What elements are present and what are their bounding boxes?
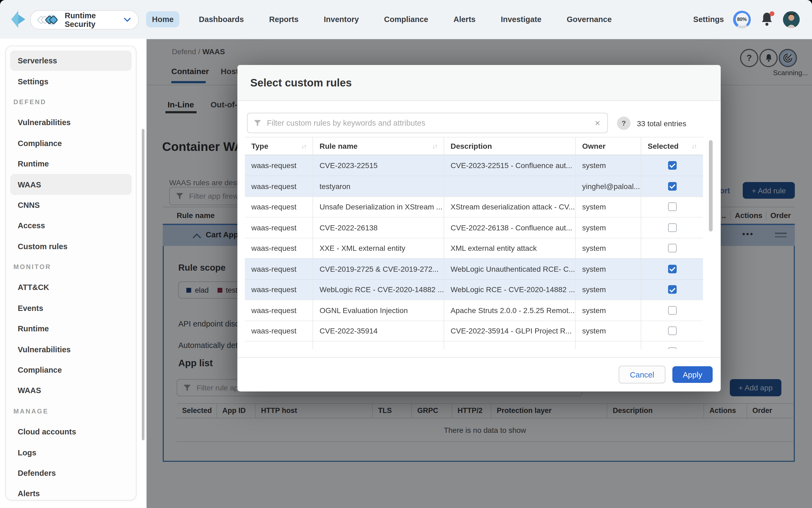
sidebar-item-custom-rules[interactable]: Custom rules xyxy=(10,236,132,257)
sidebar-item-defenders[interactable]: Defenders xyxy=(10,463,132,483)
cell-description: WebLogic RCE - CVE-2020-14882 ... xyxy=(443,279,575,300)
selected-checkbox[interactable] xyxy=(668,286,676,294)
topbar-right-cluster: Settings 80% xyxy=(693,0,800,39)
nav-item-governance[interactable]: Governance xyxy=(561,11,617,28)
sidebar-item-cloud-accounts[interactable]: Cloud accounts xyxy=(10,422,132,442)
credits-progress-ring[interactable]: 80% xyxy=(733,10,751,28)
cell-owner: system xyxy=(575,300,641,320)
custom-rule-row[interactable] xyxy=(245,341,703,349)
main-nav: HomeDashboardsReportsInventoryCompliance… xyxy=(146,0,617,39)
modal-col-rule-name[interactable]: Rule name↓↑ xyxy=(312,137,443,155)
custom-rule-row[interactable]: waas-requesttestyaronyinghel@paloal... xyxy=(245,176,703,196)
cell-description: XStream deserialization attack - CV... xyxy=(443,196,575,217)
sort-arrows-icon[interactable]: ↓↑ xyxy=(692,143,696,149)
sidebar-item-att-ck[interactable]: ATT&CK xyxy=(10,278,132,298)
nav-item-investigate[interactable]: Investigate xyxy=(495,11,548,28)
sort-arrows-icon[interactable]: ↓↑ xyxy=(432,143,437,149)
sidebar-item-alerts[interactable]: Alerts xyxy=(10,483,132,501)
custom-rule-row[interactable]: waas-requestCVE-2022-35914CVE-2022-35914… xyxy=(245,320,703,341)
sidebar-item-access[interactable]: Access xyxy=(10,215,132,236)
cell-description xyxy=(443,176,575,196)
selected-checkbox[interactable] xyxy=(668,327,676,335)
sidebar-item-compliance[interactable]: Compliance xyxy=(10,360,132,380)
sidebar-item-monitor: MONITOR xyxy=(6,257,136,278)
sidebar-item-settings[interactable]: Settings xyxy=(10,71,132,92)
modal-header: Select custom rules xyxy=(238,65,721,101)
nav-item-inventory[interactable]: Inventory xyxy=(318,11,365,28)
selected-checkbox[interactable] xyxy=(668,161,676,170)
selected-checkbox[interactable] xyxy=(668,203,676,211)
table-scrollbar[interactable] xyxy=(709,140,713,231)
nav-item-compliance[interactable]: Compliance xyxy=(378,11,434,28)
cell-selected xyxy=(641,279,703,300)
cell-rule-name: WebLogic RCE - CVE-2020-14882 ... xyxy=(312,279,443,300)
modal-col-selected[interactable]: Selected↓↑ xyxy=(641,137,703,155)
cell-rule-name: XXE - XML external entity xyxy=(312,238,443,258)
sidebar-item-waas[interactable]: WAAS xyxy=(10,174,132,195)
apply-button[interactable]: Apply xyxy=(672,366,713,383)
sidebar-item-cnns[interactable]: CNNS xyxy=(10,195,132,215)
custom-rule-row[interactable]: waas-requestOGNL Evaluation InjectionApa… xyxy=(245,300,703,320)
product-switcher[interactable]: Runtime Security xyxy=(30,10,138,30)
modules-diamonds-icon xyxy=(37,13,60,26)
col-label: Selected xyxy=(648,142,679,151)
custom-rule-row[interactable]: waas-requestCVE-2023-22515CVE-2023-22515… xyxy=(245,155,703,176)
custom-rule-row[interactable]: waas-requestUnsafe Deserialization in XS… xyxy=(245,196,703,217)
select-custom-rules-modal: Select custom rules ✕ ? 33 total entries… xyxy=(238,65,721,391)
selected-checkbox[interactable] xyxy=(668,244,676,253)
nav-item-home[interactable]: Home xyxy=(146,11,180,28)
sort-arrows-icon[interactable]: ↓↑ xyxy=(301,143,306,149)
notification-badge xyxy=(770,11,774,16)
sidebar-item-logs[interactable]: Logs xyxy=(10,442,132,463)
sidebar-item-runtime[interactable]: Runtime xyxy=(10,154,132,174)
selected-checkbox[interactable] xyxy=(668,182,676,190)
selected-checkbox[interactable] xyxy=(668,223,676,232)
settings-link[interactable]: Settings xyxy=(693,15,724,24)
cell-description xyxy=(443,341,575,349)
custom-rule-row[interactable]: waas-requestWebLogic RCE - CVE-2020-1488… xyxy=(245,279,703,300)
clear-filter-icon[interactable]: ✕ xyxy=(595,119,600,127)
filter-help-icon[interactable]: ? xyxy=(617,117,631,130)
custom-rules-filter-input[interactable] xyxy=(266,118,595,128)
custom-rules-filter[interactable]: ✕ xyxy=(247,113,608,133)
custom-rule-row[interactable]: waas-requestCVE-2019-2725 & CVE-2019-272… xyxy=(245,258,703,279)
user-avatar[interactable] xyxy=(783,11,800,28)
selected-checkbox[interactable] xyxy=(668,265,676,273)
modal-col-type[interactable]: Type↓↑ xyxy=(245,137,312,155)
sidebar-item-serverless[interactable]: Serverless xyxy=(10,50,132,71)
col-label: Rule name xyxy=(319,142,358,151)
prisma-cloud-logo-icon xyxy=(11,11,26,28)
cell-rule-name: CVE-2022-35914 xyxy=(312,320,443,341)
sidebar-item-waas[interactable]: WAAS xyxy=(10,380,132,401)
cell-selected xyxy=(641,217,703,238)
app-window: Runtime Security HomeDashboardsReportsIn… xyxy=(0,0,812,508)
sidebar-item-compliance[interactable]: Compliance xyxy=(10,133,132,154)
sidebar-item-vulnerabilities[interactable]: Vulnerabilities xyxy=(10,339,132,360)
nav-item-dashboards[interactable]: Dashboards xyxy=(193,11,250,28)
sidebar-scrollbar[interactable] xyxy=(142,129,144,440)
nav-item-alerts[interactable]: Alerts xyxy=(447,11,481,28)
modal-col-description: Description xyxy=(443,137,575,155)
cell-owner: system xyxy=(575,258,641,279)
cell-rule-name: testyaron xyxy=(312,176,443,196)
cell-selected xyxy=(641,196,703,217)
cell-owner xyxy=(575,341,641,349)
cell-type xyxy=(245,341,312,349)
cell-type: waas-request xyxy=(245,238,312,258)
nav-item-reports[interactable]: Reports xyxy=(263,11,304,28)
sidebar-item-events[interactable]: Events xyxy=(10,298,132,319)
sidebar-item-vulnerabilities[interactable]: Vulnerabilities xyxy=(10,112,132,133)
custom-rule-row[interactable]: waas-requestXXE - XML external entityXML… xyxy=(245,238,703,258)
cell-selected xyxy=(641,258,703,279)
cell-rule-name: CVE-2023-22515 xyxy=(312,155,443,176)
cell-type: waas-request xyxy=(245,320,312,341)
notifications-bell-icon[interactable] xyxy=(760,12,774,27)
cell-rule-name xyxy=(312,341,443,349)
sidebar-item-runtime[interactable]: Runtime xyxy=(10,319,132,339)
filter-funnel-icon xyxy=(254,120,261,126)
custom-rule-row[interactable]: waas-requestCVE-2022-26138CVE-2022-26138… xyxy=(245,217,703,238)
sidebar-menu: ServerlessSettingsDEFENDVulnerabilitiesC… xyxy=(5,46,136,501)
selected-checkbox[interactable] xyxy=(668,347,676,349)
cancel-button[interactable]: Cancel xyxy=(619,366,666,383)
selected-checkbox[interactable] xyxy=(668,306,676,315)
